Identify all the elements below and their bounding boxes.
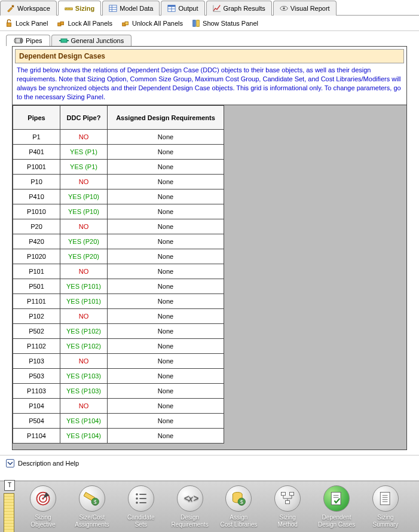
table-row[interactable]: P1020YES (P20)None <box>13 249 224 264</box>
status-panel-icon <box>192 19 200 27</box>
tab-label: Model Data <box>120 5 153 12</box>
col-pipes-header[interactable]: Pipes <box>13 106 60 130</box>
cell-pipe: P1102 <box>13 339 60 354</box>
cell-req: None <box>108 145 224 160</box>
table-row[interactable]: P1010YES (P10)None <box>13 204 224 219</box>
svg-text:$: $ <box>94 499 97 505</box>
db-dollar-icon: $ <box>225 485 252 512</box>
description-toggle[interactable] <box>6 459 14 467</box>
table-row[interactable]: P502YES (P102)None <box>13 324 224 339</box>
svg-rect-23 <box>197 20 199 26</box>
table-row[interactable]: P103NONone <box>13 354 224 369</box>
cell-ddc: YES (P103) <box>60 384 108 399</box>
tab-workspace[interactable]: Workspace <box>0 1 57 16</box>
doc-lines-icon <box>372 485 399 512</box>
svg-rect-0 <box>12 5 14 8</box>
tab-label: Output <box>178 5 198 12</box>
cell-pipe: P504 <box>13 414 60 429</box>
svg-rect-50 <box>286 501 290 504</box>
inner-tab-junctions[interactable]: General Junctions <box>51 35 132 46</box>
nav-candidate-sets[interactable]: CandidateSets <box>117 485 165 528</box>
table-row[interactable]: P102NONone <box>13 309 224 324</box>
table-row[interactable]: P1102YES (P102)None <box>13 339 224 354</box>
nav-design-requirements[interactable]: <x>DesignRequirements <box>166 485 214 528</box>
table-row[interactable]: P20NONone <box>13 219 224 234</box>
text-tool-button[interactable]: T <box>4 480 15 491</box>
lock-panel-button[interactable]: Lock Panel <box>5 19 48 27</box>
show-status-button[interactable]: Show Status Panel <box>192 19 258 27</box>
table-row[interactable]: P504YES (P104)None <box>13 414 224 429</box>
nav-label: Method <box>278 521 298 528</box>
svg-text:$: $ <box>240 499 243 505</box>
svg-rect-1 <box>65 8 72 10</box>
cell-ddc: YES (P20) <box>60 234 108 249</box>
cell-ddc: YES (P20) <box>60 249 108 264</box>
nav-assign-cost-libraries[interactable]: $AssignCost Libraries <box>215 485 262 528</box>
cell-ddc: NO <box>60 130 108 145</box>
col-ddc-header[interactable]: DDC Pipe? <box>60 106 108 130</box>
cell-ddc: YES (P102) <box>60 339 108 354</box>
tab-sizing[interactable]: Sizing <box>58 1 101 16</box>
cell-req: None <box>108 264 224 279</box>
cell-pipe: P401 <box>13 145 60 160</box>
inner-tab-pipes[interactable]: Pipes <box>6 35 50 46</box>
doc-check-icon <box>323 485 350 512</box>
table-row[interactable]: P501YES (P101)None <box>13 279 224 294</box>
junction-icon <box>59 37 69 44</box>
nav-sizing-summary[interactable]: SizingSummary <box>362 485 409 528</box>
cell-pipe: P1101 <box>13 294 60 309</box>
nav-label: Sizing <box>280 514 296 521</box>
show-status-label: Show Status Panel <box>203 20 258 27</box>
nav-dependent-design-cases[interactable]: DependentDesign Cases <box>313 485 360 528</box>
col-req-header[interactable]: Assigned Design Requirements <box>108 106 224 130</box>
table-row[interactable]: P410YES (P10)None <box>13 189 224 204</box>
table-row[interactable]: P401YES (P1)None <box>13 145 224 160</box>
lock-all-button[interactable]: Lock All Panels <box>57 19 112 27</box>
table-row[interactable]: P1103YES (P103)None <box>13 384 224 399</box>
cell-pipe: P104 <box>13 399 60 414</box>
cell-ddc: YES (P1) <box>60 160 108 175</box>
lock-toolbar: Lock Panel Lock All Panels Unlock All Pa… <box>0 16 419 31</box>
nav-label: Sizing <box>377 514 393 521</box>
ddc-grid: Pipes DDC Pipe? Assigned Design Requirem… <box>13 105 224 444</box>
table-row[interactable]: P1001YES (P1)None <box>13 160 224 175</box>
cell-pipe: P1010 <box>13 204 60 219</box>
cell-ddc: NO <box>60 399 108 414</box>
tab-modeldata[interactable]: Model Data <box>102 1 160 16</box>
cell-pipe: P102 <box>13 309 60 324</box>
cell-req: None <box>108 414 224 429</box>
cell-req: None <box>108 175 224 189</box>
nav-sizing-method[interactable]: SizingMethod <box>264 485 311 528</box>
graph-icon <box>213 4 221 13</box>
table-row[interactable]: P1104YES (P104)None <box>13 429 224 444</box>
tab-label: Sizing <box>75 5 94 12</box>
unlock-all-button[interactable]: Unlock All Panels <box>121 19 183 27</box>
table-row[interactable]: P1101YES (P101)None <box>13 294 224 309</box>
ddc-panel-header: Dependent Design Cases <box>15 49 404 63</box>
table-row[interactable]: P420YES (P20)None <box>13 234 224 249</box>
nav-label: Size/Cost <box>79 514 105 521</box>
svg-point-40 <box>136 502 138 504</box>
output-icon <box>167 4 176 13</box>
tab-output[interactable]: Output <box>161 1 204 16</box>
ddc-grid-container[interactable]: Pipes DDC Pipe? Assigned Design Requirem… <box>13 105 406 450</box>
table-row[interactable]: P101NONone <box>13 264 224 279</box>
cell-req: None <box>108 249 224 264</box>
nav-size-cost-assignments[interactable]: $Size/CostAssignments <box>68 485 116 528</box>
tab-graph[interactable]: Graph Results <box>206 1 272 16</box>
nav-label: Assignments <box>75 521 109 528</box>
table-row[interactable]: P104NONone <box>13 399 224 414</box>
nav-sizing-objective[interactable]: SizingObjective <box>19 485 67 528</box>
tab-visual[interactable]: Visual Report <box>273 1 337 16</box>
nav-label: Design <box>181 514 199 521</box>
cell-ddc: YES (P10) <box>60 204 108 219</box>
table-row[interactable]: P10NONone <box>13 175 224 189</box>
cell-ddc: YES (P10) <box>60 189 108 204</box>
cell-pipe: P1103 <box>13 384 60 399</box>
ruler-icon <box>4 493 14 533</box>
nav-label: Candidate <box>127 514 155 521</box>
table-row[interactable]: P503YES (P103)None <box>13 369 224 384</box>
cell-pipe: P1 <box>13 130 60 145</box>
table-row[interactable]: P1NONone <box>13 130 224 145</box>
cell-req: None <box>108 130 224 145</box>
